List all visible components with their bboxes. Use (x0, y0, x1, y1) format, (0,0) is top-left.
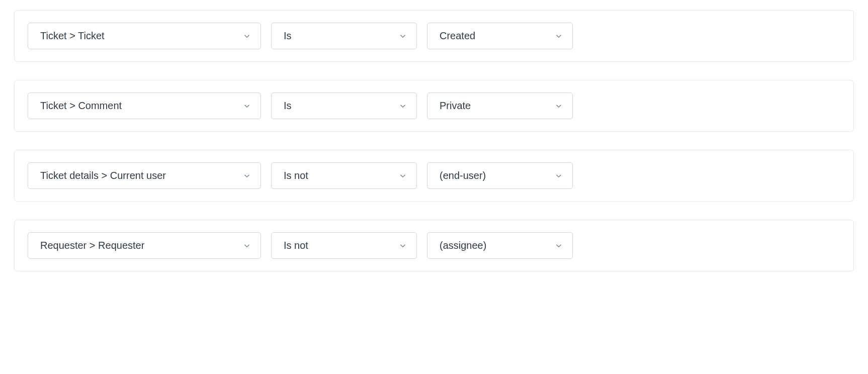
operator-dropdown[interactable]: Is (271, 92, 417, 119)
value-dropdown-label: (assignee) (440, 240, 486, 251)
value-dropdown[interactable]: (assignee) (427, 232, 573, 259)
operator-dropdown-label: Is not (284, 240, 308, 251)
chevron-down-icon (554, 102, 563, 111)
chevron-down-icon (242, 32, 251, 41)
operator-dropdown-label: Is (284, 30, 292, 42)
value-dropdown[interactable]: Private (427, 92, 573, 119)
chevron-down-icon (398, 102, 407, 111)
field-dropdown[interactable]: Ticket > Ticket (28, 23, 261, 49)
value-dropdown[interactable]: Created (427, 23, 573, 49)
condition-row: Ticket > Comment Is Private (28, 92, 840, 119)
chevron-down-icon (554, 32, 563, 41)
chevron-down-icon (554, 171, 563, 180)
chevron-down-icon (242, 102, 251, 111)
operator-dropdown[interactable]: Is not (271, 232, 417, 259)
field-dropdown-label: Ticket details > Current user (40, 170, 166, 181)
field-dropdown[interactable]: Ticket > Comment (28, 92, 261, 119)
condition-card: Ticket details > Current user Is not (en… (14, 150, 854, 202)
condition-card: Ticket > Ticket Is Created (14, 10, 854, 62)
chevron-down-icon (242, 241, 251, 250)
value-dropdown-label: (end-user) (440, 170, 486, 181)
field-dropdown[interactable]: Requester > Requester (28, 232, 261, 259)
operator-dropdown[interactable]: Is (271, 23, 417, 49)
condition-row: Ticket details > Current user Is not (en… (28, 162, 840, 189)
condition-card: Ticket > Comment Is Private (14, 80, 854, 132)
chevron-down-icon (398, 32, 407, 41)
field-dropdown-label: Requester > Requester (40, 240, 144, 251)
operator-dropdown-label: Is (284, 100, 292, 112)
condition-card: Requester > Requester Is not (assignee) (14, 220, 854, 271)
operator-dropdown[interactable]: Is not (271, 162, 417, 189)
operator-dropdown-label: Is not (284, 170, 308, 181)
chevron-down-icon (554, 241, 563, 250)
field-dropdown-label: Ticket > Ticket (40, 30, 105, 42)
field-dropdown-label: Ticket > Comment (40, 100, 122, 112)
value-dropdown-label: Private (440, 100, 471, 112)
chevron-down-icon (398, 241, 407, 250)
condition-row: Requester > Requester Is not (assignee) (28, 232, 840, 259)
value-dropdown[interactable]: (end-user) (427, 162, 573, 189)
chevron-down-icon (242, 171, 251, 180)
value-dropdown-label: Created (440, 30, 475, 42)
condition-row: Ticket > Ticket Is Created (28, 23, 840, 49)
field-dropdown[interactable]: Ticket details > Current user (28, 162, 261, 189)
chevron-down-icon (398, 171, 407, 180)
